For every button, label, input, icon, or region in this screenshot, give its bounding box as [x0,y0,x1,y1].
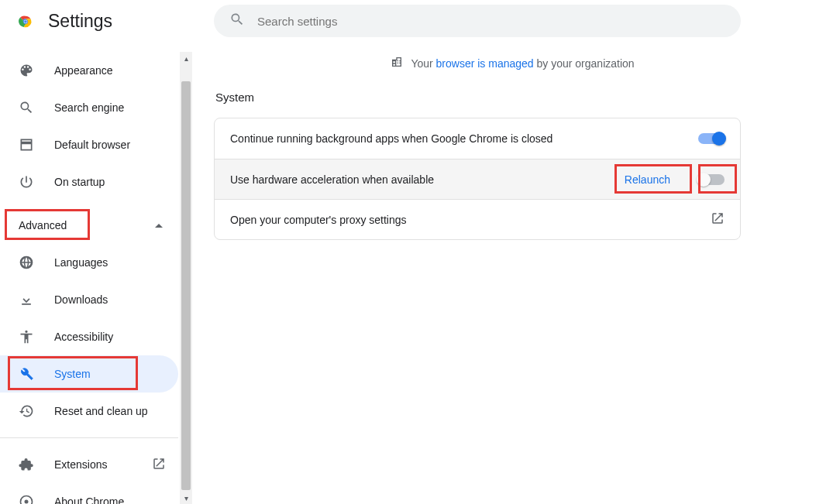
sidebar-item-about-chrome[interactable]: About Chrome [0,483,178,504]
relaunch-button[interactable]: Relaunch [617,169,678,190]
setting-row-hardware-accel[interactable]: Use hardware acceleration when available… [215,159,740,199]
sidebar-item-search-engine[interactable]: Search engine [0,89,178,126]
sidebar-item-label: System [54,368,91,380]
open-in-new-icon [152,457,166,473]
setting-label: Open your computer's proxy settings [230,214,711,226]
search-icon [19,100,34,115]
sidebar-item-label: Downloads [54,293,108,306]
managed-link[interactable]: browser is managed [436,57,534,70]
scroll-thumb[interactable] [181,81,191,490]
sidebar-item-label: About Chrome [54,495,124,504]
sidebar-item-label: Extensions [54,458,107,471]
open-in-new-icon [711,211,725,228]
main-content: Your browser is managed by your organiza… [192,0,833,504]
toggle-background-apps[interactable] [698,133,725,144]
globe-icon [19,255,34,270]
extension-icon [19,457,34,472]
sidebar-item-label: Accessibility [54,331,113,343]
window-icon [19,137,34,153]
sidebar-header: Settings [0,0,192,52]
sidebar-advanced-toggle[interactable]: Advanced [0,207,178,244]
setting-row-proxy[interactable]: Open your computer's proxy settings [215,199,740,239]
sidebar-item-downloads[interactable]: Downloads [0,281,178,318]
accessibility-icon [19,329,34,345]
setting-label: Continue running background apps when Go… [230,132,698,145]
svg-point-5 [25,500,29,504]
setting-row-background-apps[interactable]: Continue running background apps when Go… [215,118,740,159]
svg-point-3 [24,20,27,23]
building-icon [391,56,403,70]
restore-icon [19,403,34,419]
sidebar-item-label: Reset and clean up [54,405,148,417]
search-input[interactable] [256,14,725,29]
sidebar-item-languages[interactable]: Languages [0,244,178,281]
wrench-icon [19,366,34,382]
sidebar-item-accessibility[interactable]: Accessibility [0,318,178,355]
setting-label: Use hardware acceleration when available [230,173,617,186]
managed-banner: Your browser is managed by your organiza… [214,37,811,86]
sidebar-item-appearance[interactable]: Appearance [0,52,178,89]
sidebar: Settings Appearance Search engine Defaul… [0,0,192,504]
sidebar-item-extensions[interactable]: Extensions [0,446,178,483]
sidebar-item-label: Search engine [54,101,124,114]
sidebar-item-reset[interactable]: Reset and clean up [0,393,178,430]
sidebar-menu: Appearance Search engine Default browser… [0,52,192,504]
chrome-icon [19,494,34,504]
chevron-up-icon [155,224,163,228]
advanced-label: Advanced [19,219,67,231]
sidebar-divider [0,437,178,438]
search-icon [229,12,245,30]
sidebar-item-label: Default browser [54,139,130,151]
toggle-hardware-accel[interactable] [698,174,725,185]
palette-icon [19,63,34,78]
search-bar[interactable] [214,5,741,37]
scroll-down-icon[interactable]: ▾ [180,492,192,504]
section-title: System [215,91,811,104]
scroll-up-icon[interactable]: ▴ [180,52,192,64]
sidebar-item-system[interactable]: System [0,355,178,393]
download-icon [19,292,34,307]
sidebar-item-on-startup[interactable]: On startup [0,163,178,201]
sidebar-item-default-browser[interactable]: Default browser [0,126,178,163]
sidebar-scrollbar[interactable]: ▴ ▾ [180,52,192,504]
sidebar-item-label: Languages [54,256,108,269]
system-card: Continue running background apps when Go… [214,118,741,240]
sidebar-item-label: Appearance [54,64,113,77]
chrome-logo-icon [17,13,34,30]
power-icon [19,174,34,190]
managed-text: Your browser is managed by your organiza… [411,57,634,70]
sidebar-item-label: On startup [54,176,105,188]
page-title: Settings [48,11,112,32]
